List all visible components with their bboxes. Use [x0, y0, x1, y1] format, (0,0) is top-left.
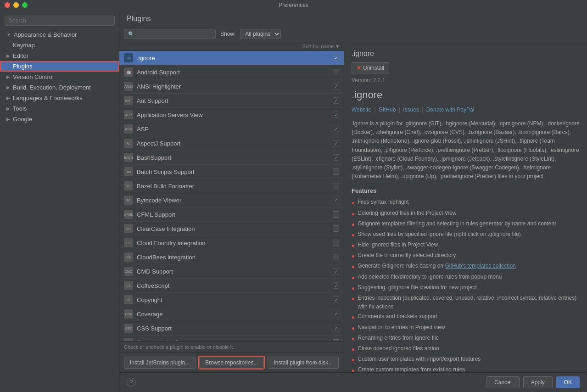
feature-text: Create file in currently selected direct…: [358, 251, 456, 260]
close-button[interactable]: [5, 2, 10, 8]
plugin-row[interactable]: ASP ASP ✓: [119, 122, 344, 136]
feature-list: ●Files syntax highlight ●Coloring ignore…: [352, 198, 580, 372]
sidebar-item-label: Languages & Frameworks: [13, 95, 83, 101]
plugin-row[interactable]: BC Bytecode Viewer ✓: [119, 193, 344, 207]
plugin-icon: 🤖: [124, 67, 133, 77]
sidebar-item-keymap[interactable]: Keymap: [0, 40, 119, 50]
plugin-icon: CMD: [124, 267, 133, 276]
donate-link[interactable]: Donate with PayPal: [426, 106, 475, 113]
plugin-row[interactable]: © Copyright ✓: [119, 293, 344, 307]
plugin-checkbox[interactable]: ✓: [333, 83, 339, 90]
plugin-row[interactable]: CFML CFML Support: [119, 207, 344, 222]
plugin-checkbox[interactable]: [333, 69, 339, 75]
sidebar-item-google[interactable]: ▶ Google: [0, 114, 119, 124]
plugin-row[interactable]: BZL Bazel Build Formatter: [119, 179, 344, 193]
bullet-icon: ●: [352, 263, 355, 271]
plugin-search-input[interactable]: [136, 31, 210, 37]
plugin-checkbox[interactable]: [333, 225, 339, 232]
feature-text: Suggesting .gitignore file creation for …: [358, 283, 476, 292]
maximize-button[interactable]: [22, 2, 28, 8]
plugin-checkbox[interactable]: ✓: [333, 282, 339, 289]
plugin-row[interactable]: BAT Batch Scripts Support: [119, 165, 344, 179]
plugin-row[interactable]: ANSI ANSI Highlighter ✓: [119, 79, 344, 94]
plugin-checkbox[interactable]: [333, 240, 339, 246]
plugins-body: Sort by: name ▼ .ig .ignore ✓ 🤖 Android …: [119, 42, 587, 372]
plugin-checkbox[interactable]: ✓: [333, 297, 339, 303]
sidebar-item-editor[interactable]: ▶ Editor: [0, 50, 119, 61]
plugin-name: Ant Support: [137, 97, 333, 104]
ok-button[interactable]: OK: [556, 376, 580, 388]
detail-top-title: .ignore: [352, 50, 580, 58]
github-templates-link[interactable]: GitHub's templates collection: [445, 263, 515, 269]
version-label: Version: 2.2.1: [352, 77, 580, 84]
list-item: ●Renaming entries from ignore file: [352, 334, 580, 343]
show-select[interactable]: All plugins Enabled Disabled Bundled Cus…: [240, 29, 281, 39]
install-from-disk-button[interactable]: Install plugin from disk...: [268, 357, 339, 369]
help-button[interactable]: ?: [127, 378, 136, 387]
website-link[interactable]: Website: [352, 106, 371, 113]
plugin-row[interactable]: .ig .ignore ✓: [119, 51, 344, 65]
plugin-row[interactable]: CS CoffeeScript ✓: [119, 279, 344, 293]
footer: ? Cancel Apply OK: [119, 372, 587, 392]
feature-text: Custom user templates with import/export…: [358, 355, 481, 364]
plugin-checkbox[interactable]: ✓: [333, 311, 339, 317]
plugin-row[interactable]: CG Cucumber for Groovy: [119, 336, 344, 341]
plugin-row[interactable]: ANT Ant Support ✓: [119, 94, 344, 108]
plugin-search-box[interactable]: 🔍: [124, 29, 216, 39]
uninstall-button[interactable]: ✕ Uninstall: [352, 62, 389, 73]
plugin-icon: CF: [124, 238, 133, 247]
install-jetbrains-button[interactable]: Install JetBrains plugin...: [124, 357, 196, 369]
plugin-checkbox[interactable]: ✓: [333, 126, 339, 132]
plugin-checkbox[interactable]: ✓: [333, 97, 339, 104]
plugin-row[interactable]: BASH BashSupport ✓: [119, 151, 344, 165]
arrow-icon: ▶: [6, 95, 10, 101]
plugins-toolbar: 🔍 Show: All plugins Enabled Disabled Bun…: [119, 26, 587, 42]
browse-repositories-button[interactable]: Browse repositories...: [199, 357, 264, 369]
plugin-checkbox[interactable]: ✓: [333, 268, 339, 274]
apply-button[interactable]: Apply: [523, 376, 553, 388]
plugin-checkbox[interactable]: ✓: [333, 154, 339, 161]
plugin-checkbox[interactable]: ✓: [333, 112, 339, 118]
plugin-checkbox[interactable]: ✓: [333, 197, 339, 203]
plugin-row[interactable]: CB CloudBees integration: [119, 250, 344, 264]
plugin-name: BashSupport: [137, 154, 333, 161]
sidebar-item-plugins[interactable]: Plugins: [0, 61, 119, 72]
bullet-icon: ●: [352, 220, 355, 229]
bullet-icon: ●: [352, 313, 355, 322]
plugin-row[interactable]: AJ AspectJ Support ✓: [119, 136, 344, 151]
arrow-icon: ▼: [6, 32, 11, 37]
plugin-checkbox[interactable]: [333, 168, 339, 175]
sidebar-item-tools[interactable]: ▶ Tools: [0, 103, 119, 114]
plugin-row[interactable]: COV Coverage ✓: [119, 307, 344, 321]
issues-link[interactable]: Issues: [403, 106, 419, 113]
plugin-row[interactable]: CC ClearCase Integration: [119, 222, 344, 236]
sidebar-search-input[interactable]: [5, 16, 115, 26]
sidebar-item-appearance[interactable]: ▼ Appearance & Behavior: [0, 29, 119, 40]
cancel-button[interactable]: Cancel: [486, 376, 519, 388]
github-link[interactable]: GitHub: [379, 106, 396, 113]
plugin-row[interactable]: 🤖 Android Support: [119, 65, 344, 79]
bullet-icon: ●: [352, 210, 355, 218]
detail-plugin-name: .ignore: [352, 89, 580, 101]
plugin-row[interactable]: CF Cloud Foundry integration: [119, 236, 344, 250]
sidebar-item-build[interactable]: ▶ Build, Execution, Deployment: [0, 82, 119, 93]
plugin-checkbox[interactable]: [333, 183, 339, 189]
plugin-row[interactable]: CSS CSS Support ✓: [119, 321, 344, 336]
minimize-button[interactable]: [13, 2, 19, 8]
feature-text: Gitignore templates filtering and select…: [358, 219, 556, 228]
plugin-checkbox[interactable]: ✓: [333, 325, 339, 331]
title-bar: Preferences: [0, 0, 587, 10]
list-item: ●Comments and brackets support: [352, 312, 580, 322]
sidebar-item-version-control[interactable]: ▶ Version Control: [0, 72, 119, 82]
sort-bar[interactable]: Sort by: name ▼: [119, 42, 344, 51]
plugin-row[interactable]: APP Application Servers View ✓: [119, 108, 344, 122]
plugin-checkbox[interactable]: [333, 254, 339, 260]
plugin-checkbox[interactable]: ✓: [333, 55, 339, 61]
plugin-checkbox[interactable]: [333, 211, 339, 218]
window-controls[interactable]: [5, 2, 28, 8]
list-item: ●Create file in currently selected direc…: [352, 251, 580, 261]
plugin-checkbox[interactable]: ✓: [333, 140, 339, 146]
sidebar-item-languages[interactable]: ▶ Languages & Frameworks: [0, 93, 119, 103]
plugin-row[interactable]: CMD CMD Support ✓: [119, 264, 344, 279]
bullet-icon: ●: [352, 356, 355, 364]
